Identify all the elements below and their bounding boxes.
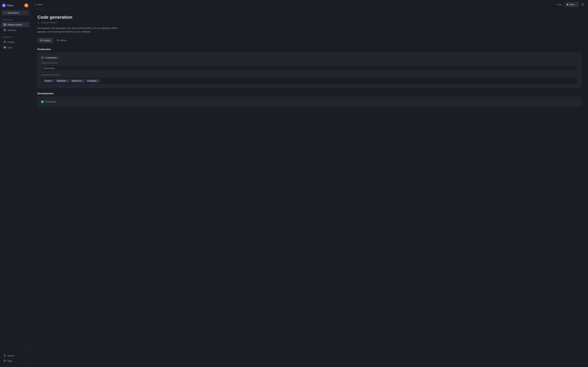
main-content: Back Stage Beta ▾ Code generation — [31, 0, 588, 367]
svg-rect-12 — [4, 47, 6, 48]
tab-access[interactable]: Access — [37, 38, 53, 43]
svg-rect-6 — [4, 25, 5, 26]
audience-section-label: Audience — [0, 35, 30, 39]
production-card-header: Companies 5 — [41, 56, 578, 59]
add-feature-button[interactable]: + + Add feature — [2, 10, 29, 16]
remove-brainverse-button[interactable]: × — [82, 80, 84, 82]
plus-icon: + — [4, 12, 5, 14]
remove-babbleset-button[interactable]: × — [67, 80, 68, 82]
archive-icon — [3, 29, 6, 32]
trash-icon — [581, 3, 584, 6]
stage-access-label: Stage level access — [41, 62, 578, 64]
svg-rect-4 — [4, 24, 5, 25]
delete-button[interactable] — [580, 2, 585, 7]
tag-babbleset: Babbleset × — [55, 79, 69, 83]
people-icon — [3, 41, 6, 43]
sidebar-item-archived[interactable]: Archived — [1, 27, 29, 33]
sidebar-item-help[interactable]: Help — [1, 358, 29, 363]
svg-rect-8 — [4, 30, 6, 31]
svg-point-2 — [4, 6, 5, 6]
sidebar-item-people-label: People — [8, 41, 14, 43]
svg-point-20 — [42, 101, 43, 103]
sidebar-item-history-label: History — [8, 354, 14, 357]
back-arrow-icon — [34, 3, 36, 6]
chevron-down-icon: ▾ — [576, 4, 577, 5]
back-button[interactable]: Back — [34, 3, 42, 6]
sidebar-header: Demo — [0, 2, 30, 10]
person-icon — [40, 39, 42, 42]
checkmark-icon — [42, 101, 43, 103]
feature-title: Code generation — [37, 15, 581, 20]
help-icon — [3, 359, 6, 362]
grid-icon — [3, 23, 6, 26]
stage-selector[interactable]: Beta ▾ — [564, 2, 579, 7]
tag-brainverse: Brainverse × — [70, 79, 85, 83]
full-access-label: Full access — [45, 100, 56, 103]
remove-feedspan-button[interactable]: × — [97, 80, 98, 82]
sidebar-bottom: History Help — [0, 351, 30, 365]
tabs-container: Access History — [37, 38, 581, 43]
content-area: Code generation code-generation Unreveal… — [31, 9, 588, 367]
feature-slug: code-generation — [37, 21, 581, 24]
sidebar-item-release-board-label: Release board — [8, 24, 22, 26]
history-icon — [3, 354, 6, 357]
svg-rect-13 — [4, 48, 6, 49]
production-section-title: Production — [37, 48, 581, 51]
sidebar-item-archived-label: Archived — [8, 29, 16, 32]
svg-rect-5 — [5, 24, 6, 25]
app-name: Demo — [7, 4, 13, 7]
list-icon — [3, 46, 6, 49]
tab-history[interactable]: History — [54, 38, 69, 43]
briefcase-icon — [41, 56, 43, 59]
stage-access-value: Unrevealed — [41, 66, 578, 71]
stage-prefix-label: Stage — [557, 3, 562, 6]
stage-dot — [567, 4, 568, 5]
link-icon — [37, 21, 40, 24]
user-avatar[interactable] — [24, 3, 28, 8]
svg-rect-11 — [4, 47, 6, 47]
sidebar-item-history[interactable]: History — [1, 353, 29, 358]
svg-point-10 — [5, 41, 6, 42]
full-access-row: Full access — [41, 100, 578, 103]
feature-description: Unrevealed's code generation tool offers… — [37, 26, 126, 34]
companies-count: 5 — [58, 56, 60, 59]
app-icon — [2, 4, 6, 7]
feature-level-access-box[interactable]: Kamba × Babbleset × Brainverse × Feedspa… — [41, 77, 578, 84]
development-card: Full access — [37, 97, 581, 107]
sidebar-item-help-label: Help — [8, 360, 12, 362]
stage-value-label: Beta — [570, 3, 574, 6]
development-section-title: Development — [37, 92, 581, 95]
sidebar-item-people[interactable]: People — [1, 39, 29, 44]
sidebar-item-release-board[interactable]: Release board — [1, 22, 29, 27]
sidebar-item-lists-label: Lists — [8, 46, 12, 49]
svg-point-9 — [4, 41, 5, 42]
feature-access-label: Feature level access — [41, 74, 578, 76]
features-section-label: Features — [0, 18, 30, 22]
svg-point-0 — [3, 5, 4, 6]
production-card: Companies 5 Stage level access Unreveale… — [37, 53, 581, 88]
svg-rect-7 — [5, 25, 6, 26]
full-access-icon — [41, 100, 44, 103]
feature-slug-text: code-generation — [41, 21, 57, 24]
tag-feedspan: Feedspan × — [86, 79, 100, 83]
remove-kamba-button[interactable]: × — [52, 80, 53, 82]
companies-label: Companies — [45, 56, 57, 59]
svg-point-17 — [41, 39, 42, 40]
topbar: Back Stage Beta ▾ — [31, 0, 588, 9]
sidebar-item-lists[interactable]: Lists — [1, 45, 29, 50]
sidebar: Demo + + Add feature Features Release bo… — [0, 0, 31, 367]
tag-kamba: Kamba × — [43, 79, 54, 83]
svg-point-1 — [4, 5, 5, 6]
topbar-right: Stage Beta ▾ — [557, 2, 585, 7]
clock-icon — [57, 39, 59, 42]
